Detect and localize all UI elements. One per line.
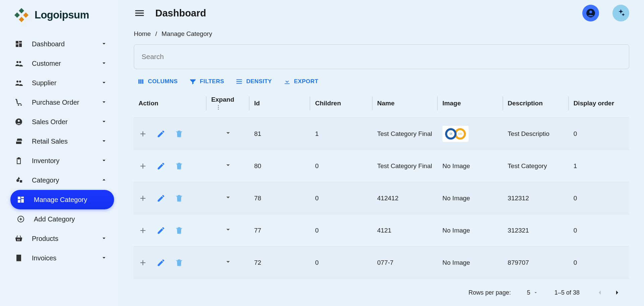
clipboard-icon — [14, 156, 23, 165]
edit-row-icon[interactable] — [157, 130, 165, 138]
add-row-icon[interactable] — [139, 194, 147, 203]
chevron-down-icon — [101, 157, 108, 164]
expand-row-icon[interactable] — [224, 225, 232, 234]
search-input[interactable] — [134, 44, 629, 69]
sidebar-item-inventory[interactable]: Inventory — [8, 151, 114, 170]
sidebar-item-label: Sales Order — [32, 118, 101, 126]
delete-row-icon[interactable] — [175, 258, 183, 267]
col-action[interactable]: Action — [134, 89, 207, 118]
sidebar-item-supplier[interactable]: Supplier — [8, 73, 114, 93]
prev-page-button[interactable] — [596, 289, 604, 297]
edit-row-icon[interactable] — [157, 162, 165, 170]
sidebar-item-label: Products — [32, 235, 101, 243]
sidebar-item-label: Supplier — [32, 79, 101, 87]
add-row-icon[interactable] — [139, 258, 147, 267]
cell-children: 0 — [310, 214, 372, 247]
density-button[interactable]: DENSITY — [235, 78, 272, 85]
col-children[interactable]: Children — [310, 89, 372, 118]
cart-icon — [14, 98, 23, 107]
sidebar-item-label: Retail Sales — [32, 138, 101, 145]
filter-icon — [189, 78, 197, 85]
menu-toggle-icon[interactable] — [134, 7, 145, 19]
brand-name: Logoipsum — [35, 9, 89, 21]
delete-row-icon[interactable] — [175, 130, 183, 138]
edit-row-icon[interactable] — [157, 194, 165, 203]
delete-row-icon[interactable] — [175, 194, 183, 203]
sidebar-item-customer[interactable]: Customer — [8, 54, 114, 73]
add-row-icon[interactable] — [139, 130, 147, 138]
grid-toolbar: COLUMNS FILTERS DENSITY EXPORT — [134, 74, 629, 89]
svg-point-5 — [218, 105, 219, 106]
column-menu-icon[interactable] — [215, 104, 221, 110]
add-row-icon[interactable] — [139, 162, 147, 170]
dropdown-icon — [533, 290, 538, 295]
cell-image: CICO — [438, 118, 503, 150]
table-row: 720077-7No Image879707020 — [134, 247, 629, 279]
col-description[interactable]: Description — [503, 89, 569, 118]
col-display-order[interactable]: Display order — [569, 89, 629, 118]
export-button[interactable]: EXPORT — [283, 78, 318, 85]
chevron-down-icon — [101, 79, 108, 87]
cell-id: 80 — [250, 150, 311, 182]
cell-name: 077-7 — [373, 247, 438, 279]
sidebar-item-label: Dashboard — [32, 40, 101, 48]
no-image-text: No Image — [442, 259, 470, 266]
cell-name: Test Category Final — [373, 118, 438, 150]
columns-button[interactable]: COLUMNS — [137, 78, 178, 85]
category-image: CICO — [442, 126, 469, 142]
sidebar-subitem-manage-category[interactable]: Manage Category — [10, 190, 114, 209]
delete-row-icon[interactable] — [175, 226, 183, 235]
rows-per-page-select[interactable]: 5 — [527, 289, 538, 296]
people-icon — [14, 79, 23, 87]
expand-row-icon[interactable] — [224, 258, 232, 266]
breadcrumb-home[interactable]: Home — [134, 30, 151, 37]
grid-footer: Rows per page: 5 1–5 of 38 — [134, 282, 629, 299]
sidebar-item-sales-order[interactable]: Sales Order — [8, 112, 114, 132]
col-expand[interactable]: Expand — [207, 89, 250, 118]
expand-row-icon[interactable] — [224, 129, 232, 137]
chevron-down-icon — [101, 235, 108, 242]
col-image[interactable]: Image — [438, 89, 503, 118]
cell-display-order: 0 — [569, 247, 629, 279]
cell-id: 81 — [250, 118, 311, 150]
table-row: 7704121No Image312321020 — [134, 214, 629, 247]
sidebar-item-products[interactable]: Products — [8, 229, 114, 248]
expand-row-icon[interactable] — [224, 193, 232, 201]
topbar: Dashboard — [119, 0, 644, 26]
cell-display-order: 0 — [569, 182, 629, 214]
sidebar-item-purchase-order[interactable]: Purchase Order — [8, 93, 114, 112]
cell-description: 879707 — [503, 247, 569, 279]
account-button[interactable] — [582, 5, 599, 21]
filters-button[interactable]: FILTERS — [189, 78, 224, 85]
cell-id: 78 — [250, 182, 311, 214]
account-icon — [586, 8, 595, 18]
shapes-icon — [14, 176, 23, 185]
sidebar-subitem-add-category[interactable]: Add Category — [10, 209, 114, 229]
cell-children: 1 — [310, 118, 372, 150]
next-page-button[interactable] — [613, 289, 621, 297]
columns-icon — [137, 78, 145, 85]
account-icon — [14, 117, 23, 126]
expand-row-icon[interactable] — [224, 161, 232, 169]
col-name[interactable]: Name — [373, 89, 438, 118]
cell-name: Test Category Final — [373, 150, 438, 182]
sidebar-item-retail-sales[interactable]: Retail Sales — [8, 132, 114, 151]
dashboard-icon — [16, 195, 25, 204]
breadcrumb-current: Manage Category — [162, 30, 212, 37]
people-icon — [14, 59, 23, 68]
add-circle-icon — [16, 215, 25, 223]
edit-row-icon[interactable] — [157, 258, 165, 267]
edit-row-icon[interactable] — [157, 226, 165, 235]
cell-description: Test Descriptio — [503, 118, 569, 150]
col-id[interactable]: Id — [250, 89, 311, 118]
sidebar-item-label: Invoices — [32, 254, 101, 262]
main: Dashboard Home / Manage Category COLUMNS — [119, 0, 644, 306]
sidebar-item-invoices[interactable]: Invoices — [8, 248, 114, 268]
ai-assistant-button[interactable] — [612, 5, 629, 21]
add-row-icon[interactable] — [139, 226, 147, 235]
delete-row-icon[interactable] — [175, 162, 183, 170]
basket-icon — [14, 234, 23, 243]
sidebar-item-category[interactable]: Category — [8, 170, 114, 190]
sidebar-item-dashboard[interactable]: Dashboard — [8, 34, 114, 54]
brand-logo: Logoipsum — [8, 7, 114, 23]
